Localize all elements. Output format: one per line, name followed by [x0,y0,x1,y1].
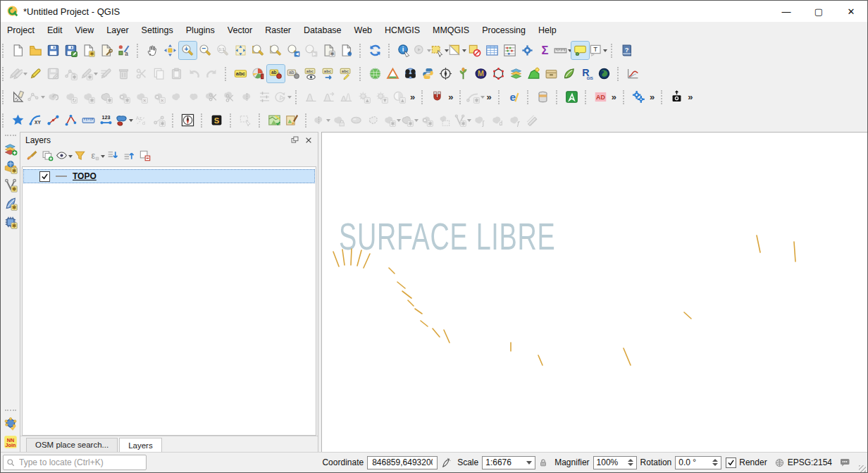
snapping-button[interactable] [428,88,446,106]
r-processing-button[interactable]: RGIS [578,65,595,82]
import-photos-button[interactable] [668,88,686,106]
toolbar-overflow-button[interactable]: » [686,92,695,102]
add-vector-layer-button[interactable]: ✱ [2,178,19,195]
toolbar-drag-handle[interactable] [421,90,426,104]
dock-tab-layers[interactable]: Layers [119,438,162,453]
toolbar-overflow-button[interactable]: » [446,92,455,102]
spin-up-icon[interactable] [712,459,718,462]
measure-segment-button[interactable] [80,111,97,129]
layer-tree[interactable]: TOPO [22,166,316,436]
menu-help[interactable]: Help [532,23,563,37]
toolbar-drag-handle[interactable] [137,44,141,58]
dropdown-arrow-icon[interactable] [603,49,607,52]
toolbar-drag-handle[interactable] [5,135,16,139]
spin-down-icon[interactable] [628,463,633,466]
layers-plugin-button[interactable] [507,65,525,82]
crs-globe-icon[interactable] [774,457,785,468]
render-checkbox[interactable]: Render [726,457,767,468]
lock-scale-icon[interactable] [538,457,548,467]
zoom-full-button[interactable] [232,42,249,59]
menu-hcmgis[interactable]: HCMGIS [378,23,426,37]
georeferencer-button[interactable] [283,111,301,129]
toolbox-button[interactable] [519,42,536,59]
toolbar-overflow-button[interactable]: » [484,92,493,102]
highlight-pinned-labels-button[interactable]: ab [285,65,302,82]
pin-unpin-labels-button[interactable]: ab [267,65,285,82]
extent-tracking-icon[interactable] [440,457,451,468]
angle-tool-button[interactable] [62,111,80,129]
filter-by-expression-button[interactable]: ε [88,149,104,164]
dropdown-arrow-icon[interactable] [287,96,292,99]
new-map-view-button[interactable]: ✱ [320,42,337,59]
close-button[interactable]: ✕ [835,1,867,22]
toolbar-drag-handle[interactable] [359,44,364,58]
menu-database[interactable]: Database [297,23,348,37]
dock-tab-osm-place-search[interactable]: OSM place search... [26,438,118,452]
compass-boxed-button[interactable] [179,111,197,129]
deselect-features-button[interactable] [448,42,466,59]
toolbar-drag-handle[interactable] [585,90,589,104]
hexagon-plugin-button[interactable] [490,65,507,82]
menu-settings[interactable]: Settings [135,23,180,37]
new-print-layout-button[interactable]: ✱ [80,42,97,59]
compass-plugin-button[interactable] [437,65,454,82]
locator-search[interactable] [3,455,147,470]
globe-plugin-button[interactable] [595,65,613,82]
add-spatialite-layer-button[interactable]: ✱ [2,197,19,214]
measure-button[interactable] [554,42,571,59]
can-plugin-button[interactable] [534,88,552,106]
statistical-summary-button[interactable]: Σ [536,42,554,59]
map-plugin-button[interactable] [266,111,283,129]
field-calculator-button[interactable] [501,42,519,59]
layer-labeling-button[interactable]: abc [232,65,249,82]
scale-combo[interactable]: 1:6676 [482,456,535,469]
toolbar-drag-handle[interactable] [617,67,621,81]
zoom-to-selection-button[interactable] [249,42,267,59]
new-3d-map-view-button[interactable] [337,42,355,59]
menu-project[interactable]: Project [1,23,41,37]
add-wms-layer-button[interactable]: ✱ [2,160,19,177]
resize-grip[interactable] [859,465,866,472]
e-plugin-button[interactable]: e [505,88,523,106]
add-group-button[interactable] [39,149,56,164]
spin-up-icon[interactable] [628,459,633,462]
identify-features-button[interactable]: i [395,42,413,59]
select-by-value-button[interactable] [466,42,483,59]
move-label-button[interactable]: abc [320,65,337,82]
toolbar-drag-handle[interactable] [259,113,263,128]
menu-layer[interactable]: Layer [100,23,135,37]
toolbar-drag-handle[interactable] [2,113,6,128]
xy-tool-button[interactable]: XY [27,111,44,129]
style-manager-button[interactable]: a [115,42,132,59]
show-hide-labels-button[interactable]: abc [302,65,320,82]
open-layer-styling-button[interactable] [23,149,39,164]
vector-plugin-button[interactable] [563,88,581,106]
collapse-all-button[interactable] [120,149,137,164]
toolbar-drag-handle[interactable] [359,67,364,81]
menu-vector[interactable]: Vector [221,23,259,37]
map-canvas[interactable]: SURFACE LIBRE [321,132,867,453]
pan-to-selection-button[interactable] [161,42,179,59]
save-project-button[interactable] [44,42,62,59]
toolbar-drag-handle[interactable] [498,90,502,104]
filter-legend-button[interactable] [72,149,88,164]
leaf-plugin-button[interactable] [560,65,578,82]
data-source-manager-button[interactable] [2,142,19,159]
text-annotation-button[interactable]: T [589,42,607,59]
toolbar-drag-handle[interactable] [623,90,627,104]
toolbar-drag-handle[interactable] [556,90,560,104]
save-project-as-button[interactable] [62,42,80,59]
menu-edit[interactable]: Edit [41,23,69,37]
manage-map-themes-button[interactable] [56,149,72,164]
magnifier-spinbox[interactable]: 100% [593,456,637,469]
segment-123-button[interactable]: 123 [97,111,115,129]
coordinate-box[interactable] [367,456,438,469]
point-line-tool-button[interactable] [44,111,62,129]
settings-plugin-button[interactable] [630,88,647,106]
toolbar-drag-handle[interactable] [2,67,6,81]
toolbar-drag-handle[interactable] [661,90,665,104]
show-layout-manager-button[interactable] [97,42,115,59]
rotation-spinbox[interactable]: 0.0 ° [675,456,721,469]
select-features-button[interactable] [430,42,448,59]
locator-input[interactable] [18,457,146,468]
